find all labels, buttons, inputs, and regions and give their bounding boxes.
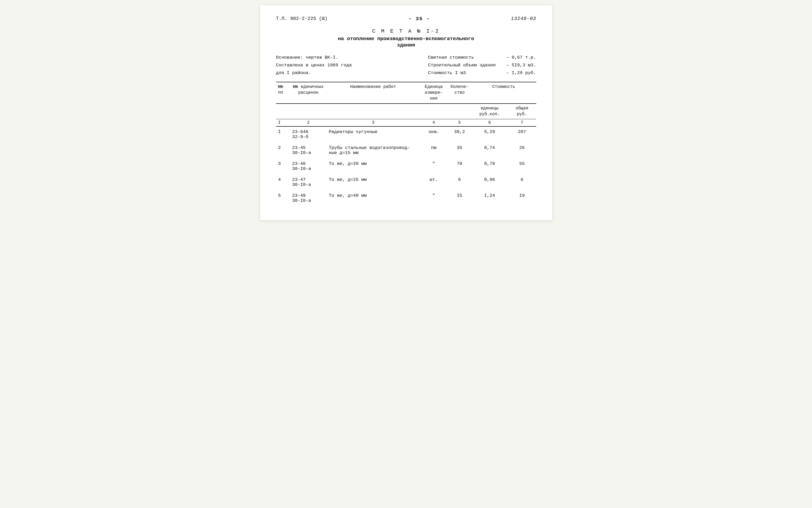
info-right-value-1: – 5I9,3 м3. <box>506 61 536 69</box>
code-line: 32-9-б <box>292 134 325 139</box>
col-subheader-qty <box>448 103 471 119</box>
cell-total: 55 <box>508 159 536 172</box>
col-header-stoimost: Стоимость <box>471 82 536 103</box>
info-left-line2: Составлена в ценах 1969 года <box>276 61 352 69</box>
col-num-6: 6 <box>471 119 508 126</box>
info-right-row-2: Стоимость I м3– I,29 руб. <box>428 69 536 77</box>
col-subheader-unit <box>420 103 448 119</box>
info-right-value-0: – 0,67 т.р. <box>506 54 536 61</box>
code-line: 30-I0-а <box>292 166 325 171</box>
cell-codes: 23-4930-I0-а <box>290 190 327 204</box>
title-line1: С М Е Т А № I-2 <box>276 28 536 34</box>
cell-qty: 6 <box>448 174 471 188</box>
cell-pp: 5 <box>276 190 290 204</box>
table-row: 3 23-4630-I0-а То же, д=20 мм " 70 0,79 … <box>276 159 536 172</box>
cell-codes: 23-4630-I0-а <box>290 159 327 172</box>
cell-price: 5,29 <box>471 126 508 140</box>
info-right: Сметная стоимость– 0,67 т.р.Строительный… <box>428 54 536 77</box>
info-left-line3: для I района. <box>276 69 352 77</box>
title-line3: здания <box>276 42 536 48</box>
cell-codes: 23-4730-I0-а <box>290 174 327 188</box>
cell-total: I9 <box>508 190 536 204</box>
table-row: I 23-64632-9-б Радиаторы чугунные экм. 3… <box>276 126 536 140</box>
table-number-row: I 2 3 4 5 6 7 <box>276 119 536 126</box>
col-header-code: №№ единичныхрасценок <box>290 82 327 103</box>
cell-name: Трубы стальные водогазопровод-ные д=15 м… <box>327 142 420 157</box>
info-block: Основание: чертеж ВК-I. Составлена в цен… <box>276 54 536 77</box>
cell-name: То же, д=40 мм <box>327 190 420 204</box>
cell-codes: 23-64632-9-б <box>290 126 327 140</box>
cell-price: 0,79 <box>471 159 508 172</box>
cell-pp: I <box>276 126 290 140</box>
code-line: 30-I0-а <box>292 182 325 187</box>
col-num-4: 4 <box>420 119 448 126</box>
info-right-value-2: – I,29 руб. <box>506 69 536 77</box>
main-table: №№пп №№ единичныхрасценок Наименование р… <box>276 82 536 204</box>
code-line: 23-46 <box>292 161 325 166</box>
cell-unit: " <box>420 159 448 172</box>
cell-qty: 35 <box>448 142 471 157</box>
info-right-row-1: Строительный объем здания– 5I9,3 м3. <box>428 61 536 69</box>
col-subheader-price: единицыруб.коп. <box>471 103 508 119</box>
code-line: 23-646 <box>292 129 325 134</box>
cell-total: 6 <box>508 174 536 188</box>
col-num-2: 2 <box>290 119 327 126</box>
col-num-3: 3 <box>327 119 420 126</box>
table-row: 4 23-4730-I0-а То же, д=25 мм шт. 6 0,96… <box>276 174 536 188</box>
cell-total: 207 <box>508 126 536 140</box>
cell-name: Радиаторы чугунные <box>327 126 420 140</box>
header-right: 13248-03 <box>511 16 536 21</box>
col-num-7: 7 <box>508 119 536 126</box>
col-subheader-pp <box>276 103 290 119</box>
code-line: 23-49 <box>292 193 325 198</box>
info-right-label-0: Сметная стоимость <box>428 54 496 61</box>
cell-name: То же, д=25 мм <box>327 174 420 188</box>
cell-unit: " <box>420 190 448 204</box>
cell-qty: 70 <box>448 159 471 172</box>
header-left: Т.П. 902-2-225 (Ш) <box>276 16 327 21</box>
cell-price: 0,96 <box>471 174 508 188</box>
cell-total: 26 <box>508 142 536 157</box>
cell-name: То же, д=20 мм <box>327 159 420 172</box>
code-line: 30-I0-а <box>292 150 325 155</box>
cell-unit: шт. <box>420 174 448 188</box>
page-header: Т.П. 902-2-225 (Ш) - 35 - 13248-03 <box>276 16 536 22</box>
cell-price: I,24 <box>471 190 508 204</box>
cell-price: 0,74 <box>471 142 508 157</box>
col-num-5: 5 <box>448 119 471 126</box>
code-line: 23-47 <box>292 177 325 182</box>
title-line2: на отопление производственно-вспомогател… <box>276 36 536 42</box>
col-header-name: Наименование работ <box>327 82 420 103</box>
col-subheader-name <box>327 103 420 119</box>
col-header-qty: Количе-ство <box>448 82 471 103</box>
col-subheader-code <box>290 103 327 119</box>
info-right-row-0: Сметная стоимость– 0,67 т.р. <box>428 54 536 61</box>
table-header-row: №№пп №№ единичныхрасценок Наименование р… <box>276 82 536 103</box>
cell-codes: 23-4530-I0-а <box>290 142 327 157</box>
cell-qty: I5 <box>448 190 471 204</box>
cell-pp: 4 <box>276 174 290 188</box>
code-line: 30-I0-а <box>292 198 325 203</box>
col-num-1: I <box>276 119 290 126</box>
cell-qty: 39,2 <box>448 126 471 140</box>
info-left: Основание: чертеж ВК-I. Составлена в цен… <box>276 54 352 77</box>
page: Т.П. 902-2-225 (Ш) - 35 - 13248-03 С М Е… <box>260 5 552 220</box>
col-header-pp: №№пп <box>276 82 290 103</box>
info-right-label-1: Строительный объем здания <box>428 61 496 69</box>
table-subheader-row: единицыруб.коп. общаяруб. <box>276 103 536 119</box>
info-right-label-2: Стоимость I м3 <box>428 69 496 77</box>
table-row: 5 23-4930-I0-а То же, д=40 мм " I5 I,24 … <box>276 190 536 204</box>
col-subheader-total: общаяруб. <box>508 103 536 119</box>
col-header-unit: Единицаизмере-ния <box>420 82 448 103</box>
cell-pp: 2 <box>276 142 290 157</box>
title-block: С М Е Т А № I-2 на отопление производств… <box>276 28 536 48</box>
cell-unit: пм <box>420 142 448 157</box>
cell-unit: экм. <box>420 126 448 140</box>
info-left-line1: Основание: чертеж ВК-I. <box>276 54 352 61</box>
code-line: 23-45 <box>292 145 325 150</box>
header-center: - 35 - <box>409 16 430 22</box>
table-row: 2 23-4530-I0-а Трубы стальные водогазопр… <box>276 142 536 157</box>
cell-pp: 3 <box>276 159 290 172</box>
